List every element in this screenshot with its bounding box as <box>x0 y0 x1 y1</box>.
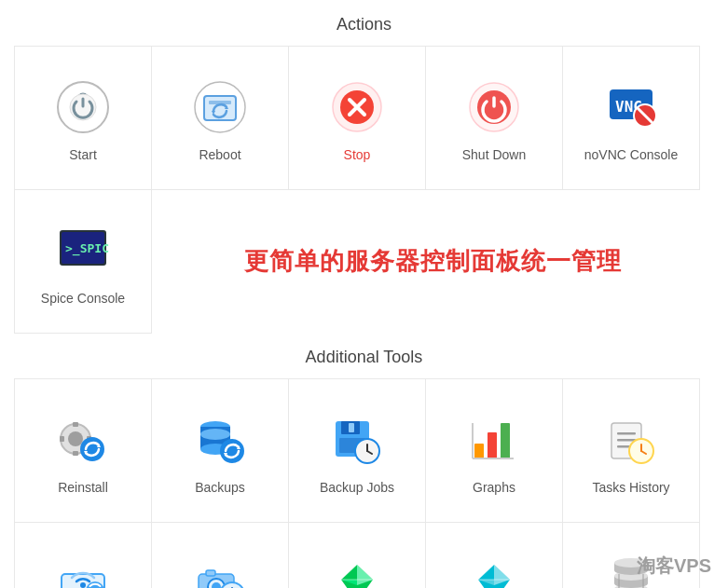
actions-grid: Start Reboot <box>0 46 728 189</box>
shutdown-icon <box>461 75 527 140</box>
card-shutdown[interactable]: Shut Down <box>425 46 563 190</box>
taskshistory-icon <box>598 407 664 472</box>
card-graphs[interactable]: Graphs <box>425 378 563 523</box>
snapshots-icon <box>187 551 253 589</box>
reboot-label: Reboot <box>199 147 240 162</box>
start-icon <box>50 75 116 140</box>
card-stop[interactable]: Stop <box>288 46 426 190</box>
svg-rect-59 <box>617 445 630 448</box>
section-actions: Actions Start <box>0 0 728 189</box>
svg-point-41 <box>220 439 244 463</box>
svg-rect-52 <box>488 432 497 458</box>
section-additional: Additional Tools <box>0 333 728 588</box>
start-label: Start <box>69 147 97 162</box>
svg-rect-31 <box>73 451 78 456</box>
reboot-icon <box>187 75 253 140</box>
card-novnc[interactable]: VNC noVNC Console <box>562 46 700 190</box>
backupjobs-label: Backup Jobs <box>320 480 394 495</box>
svg-rect-58 <box>617 439 636 442</box>
svg-point-65 <box>80 582 86 588</box>
card-taskshistory[interactable]: Tasks History <box>562 378 700 523</box>
svg-rect-72 <box>206 570 215 576</box>
promo-block: 更简单的服务器控制面板统一管理 <box>152 189 713 333</box>
actions-title: Actions <box>0 0 728 46</box>
promo-text: 更简单的服务器控制面板统一管理 <box>244 245 622 278</box>
card-spice[interactable]: >_SPICE Spice Console <box>14 189 152 334</box>
reinstall-icon <box>50 407 116 472</box>
shutdown-label: Shut Down <box>462 147 526 162</box>
svg-point-34 <box>80 437 104 461</box>
card-start[interactable]: Start <box>14 46 152 190</box>
taskshistory-label: Tasks History <box>592 480 669 495</box>
novnc-icon: VNC <box>598 75 664 140</box>
card-backups[interactable]: Backups <box>151 378 289 523</box>
firewall-icon <box>324 551 390 589</box>
card-firewall[interactable]: Firewall <box>288 522 426 588</box>
card-snapshots[interactable]: Snapshots <box>151 522 289 588</box>
backupjobs-icon <box>324 407 390 472</box>
spice-label: Spice Console <box>41 291 125 306</box>
card-network[interactable]: Network <box>14 522 152 588</box>
svg-rect-32 <box>60 436 64 442</box>
backups-label: Backups <box>195 480 245 495</box>
svg-rect-46 <box>349 423 354 432</box>
svg-rect-30 <box>73 422 78 427</box>
card-reinstall[interactable]: Reinstall <box>14 378 152 523</box>
additional-row1: Reinstall Backups <box>0 378 728 522</box>
middle-row: >_SPICE Spice Console 更简单的服务器控制面板统一管理 <box>0 189 728 333</box>
card-reboot[interactable]: Reboot <box>151 46 289 190</box>
svg-rect-53 <box>501 423 510 458</box>
spice-icon: >_SPICE <box>50 218 116 283</box>
network-icon <box>50 551 116 589</box>
novnc-label: noVNC Console <box>584 147 678 162</box>
svg-point-40 <box>200 429 230 440</box>
graphs-icon <box>461 407 527 472</box>
stop-label: Stop <box>344 147 371 162</box>
graphs-label: Graphs <box>473 480 515 495</box>
watermark: 淘客VPS <box>637 554 711 579</box>
additional-row2: Network Snapshots <box>0 522 728 588</box>
svg-text:>_SPICE: >_SPICE <box>65 241 110 256</box>
svg-rect-57 <box>617 432 636 435</box>
firewalloptions-icon <box>461 551 527 589</box>
svg-point-29 <box>68 431 83 446</box>
svg-rect-51 <box>474 444 484 458</box>
reinstall-label: Reinstall <box>58 480 108 495</box>
card-backupjobs[interactable]: Backup Jobs <box>288 378 426 523</box>
card-firewalloptions[interactable]: Firewall Options <box>425 522 563 588</box>
stop-icon <box>324 75 390 140</box>
additional-title: Additional Tools <box>0 333 728 378</box>
backups-icon <box>187 407 253 472</box>
